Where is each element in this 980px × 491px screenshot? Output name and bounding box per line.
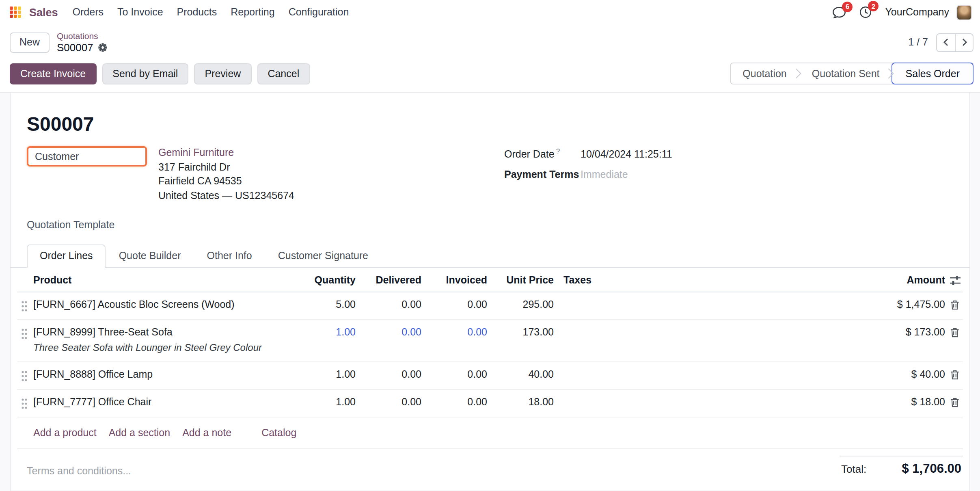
- invoiced-cell[interactable]: 0.00: [423, 292, 489, 318]
- order-date-value[interactable]: 10/04/2024 11:25:11: [581, 149, 672, 160]
- quantity-cell[interactable]: 5.00: [287, 292, 357, 318]
- invoiced-cell[interactable]: 0.00: [423, 320, 489, 346]
- delivered-cell[interactable]: 0.00: [357, 320, 423, 346]
- menu-orders[interactable]: Orders: [73, 6, 104, 18]
- create-invoice-button[interactable]: Create Invoice: [10, 63, 96, 84]
- payment-terms-value[interactable]: Immediate: [581, 169, 628, 180]
- taxes-cell[interactable]: [555, 292, 745, 306]
- menu-to-invoice[interactable]: To Invoice: [117, 6, 163, 18]
- status-step-sales-order[interactable]: Sales Order: [892, 63, 974, 84]
- delete-line-button[interactable]: [947, 320, 963, 345]
- total-value: $ 1,706.00: [902, 461, 961, 476]
- taxes-cell[interactable]: [555, 362, 745, 376]
- drag-handle[interactable]: [17, 292, 32, 319]
- tab-customer-signature[interactable]: Customer Signature: [265, 244, 381, 268]
- activities-button[interactable]: 2: [859, 6, 872, 19]
- company-name[interactable]: YourCompany: [885, 6, 949, 18]
- breadcrumb-current: S00007: [57, 41, 93, 54]
- partner-link[interactable]: Gemini Furniture: [158, 146, 294, 160]
- product-name[interactable]: [FURN_8888] Office Lamp: [33, 369, 287, 381]
- invoiced-cell[interactable]: 0.00: [423, 362, 489, 388]
- taxes-cell[interactable]: [555, 390, 745, 404]
- product-name[interactable]: [FURN_8999] Three-Seat Sofa: [33, 327, 287, 339]
- order-line-row[interactable]: [FURN_8999] Three-Seat Sofa Three Seater…: [17, 320, 963, 362]
- tab-order-lines[interactable]: Order Lines: [27, 244, 106, 268]
- drag-handle[interactable]: [17, 390, 32, 417]
- payment-terms-label: Payment Terms: [504, 169, 581, 180]
- unit-price-cell[interactable]: 18.00: [489, 390, 555, 416]
- drag-handle[interactable]: [17, 320, 32, 347]
- invoiced-cell[interactable]: 0.00: [423, 390, 489, 416]
- column-header-amount: Amount: [745, 268, 947, 292]
- delivered-cell[interactable]: 0.00: [357, 292, 423, 318]
- status-step-quotation-sent[interactable]: Quotation Sent: [800, 63, 892, 84]
- delivered-cell[interactable]: 0.00: [357, 362, 423, 388]
- tab-quote-builder[interactable]: Quote Builder: [106, 244, 194, 268]
- menu-reporting[interactable]: Reporting: [231, 6, 274, 18]
- messages-badge: 6: [842, 1, 853, 12]
- apps-menu-icon[interactable]: [10, 6, 21, 18]
- record-actions-button[interactable]: [98, 43, 107, 52]
- add-note-link[interactable]: Add a note: [182, 427, 231, 439]
- amount-cell: $ 18.00: [745, 390, 947, 416]
- delivered-cell[interactable]: 0.00: [357, 390, 423, 416]
- address-line: 317 Fairchild Dr: [158, 160, 294, 175]
- column-header-taxes: Taxes: [555, 268, 745, 292]
- unit-price-cell[interactable]: 173.00: [489, 320, 555, 346]
- address-line: United States — US12345674: [158, 189, 294, 203]
- amount-cell: $ 173.00: [745, 320, 947, 346]
- app-name[interactable]: Sales: [29, 6, 58, 18]
- tab-other-info[interactable]: Other Info: [194, 244, 265, 268]
- menu-configuration[interactable]: Configuration: [289, 6, 349, 18]
- breadcrumb-quotations-link[interactable]: Quotations: [57, 30, 107, 41]
- main-content: S00007 Gemini Furniture 317 Fairchild Dr…: [0, 93, 980, 491]
- partner-section: Gemini Furniture 317 Fairchild Dr Fairfi…: [27, 146, 953, 203]
- catalog-link[interactable]: Catalog: [261, 427, 296, 439]
- delete-line-button[interactable]: [947, 292, 963, 318]
- terms-and-conditions-placeholder[interactable]: Terms and conditions...: [27, 456, 131, 477]
- order-lines-table: Product Quantity Delivered Invoiced Unit…: [17, 268, 963, 449]
- pager-next-button[interactable]: [955, 33, 974, 52]
- unit-price-cell[interactable]: 295.00: [489, 292, 555, 318]
- pager-previous-button[interactable]: [936, 33, 955, 52]
- add-product-link[interactable]: Add a product: [33, 427, 97, 439]
- messages-button[interactable]: 6: [832, 6, 846, 18]
- column-header-unit-price: Unit Price: [489, 268, 555, 292]
- trash-icon: [950, 300, 960, 310]
- notebook-tabs: Order Lines Quote Builder Other Info Cus…: [11, 244, 969, 268]
- order-line-row[interactable]: [FURN_6667] Acoustic Bloc Screens (Wood)…: [17, 292, 963, 320]
- customer-input[interactable]: [27, 146, 147, 167]
- send-by-email-button[interactable]: Send by Email: [102, 63, 188, 84]
- menu-products[interactable]: Products: [177, 6, 217, 18]
- quotation-template-label: Quotation Template: [27, 219, 953, 231]
- order-info-fields: Order Date? 10/04/2024 11:25:11 Payment …: [504, 146, 953, 203]
- chevron-right-icon: [961, 38, 967, 46]
- delete-line-button[interactable]: [947, 390, 963, 415]
- quantity-cell[interactable]: 1.00: [287, 362, 357, 388]
- order-line-row[interactable]: [FURN_7777] Office Chair 1.00 0.00 0.00 …: [17, 390, 963, 417]
- product-name[interactable]: [FURN_6667] Acoustic Bloc Screens (Wood): [33, 299, 287, 311]
- preview-button[interactable]: Preview: [194, 63, 251, 84]
- unit-price-cell[interactable]: 40.00: [489, 362, 555, 388]
- quantity-cell[interactable]: 1.00: [287, 320, 357, 346]
- column-header-invoiced: Invoiced: [423, 268, 489, 292]
- column-header-quantity: Quantity: [287, 268, 357, 292]
- action-buttons-row: Create Invoice Send by Email Preview Can…: [10, 63, 974, 84]
- taxes-cell[interactable]: [555, 320, 745, 334]
- drag-handle-icon: [21, 301, 28, 312]
- new-button[interactable]: New: [10, 32, 50, 52]
- optional-columns-button[interactable]: [947, 268, 963, 292]
- table-footer-links: Add a product Add a section Add a note C…: [17, 417, 963, 449]
- sliders-icon: [950, 275, 960, 286]
- activities-badge: 2: [868, 1, 879, 11]
- delete-line-button[interactable]: [947, 362, 963, 387]
- quantity-cell[interactable]: 1.00: [287, 390, 357, 416]
- add-section-link[interactable]: Add a section: [109, 427, 171, 439]
- status-step-quotation[interactable]: Quotation: [730, 63, 799, 84]
- order-line-row[interactable]: [FURN_8888] Office Lamp 1.00 0.00 0.00 4…: [17, 362, 963, 390]
- user-avatar[interactable]: [956, 4, 972, 20]
- drag-handle[interactable]: [17, 362, 32, 389]
- product-name[interactable]: [FURN_7777] Office Chair: [33, 396, 287, 409]
- cancel-button[interactable]: Cancel: [257, 63, 310, 84]
- drag-handle-icon: [21, 398, 28, 409]
